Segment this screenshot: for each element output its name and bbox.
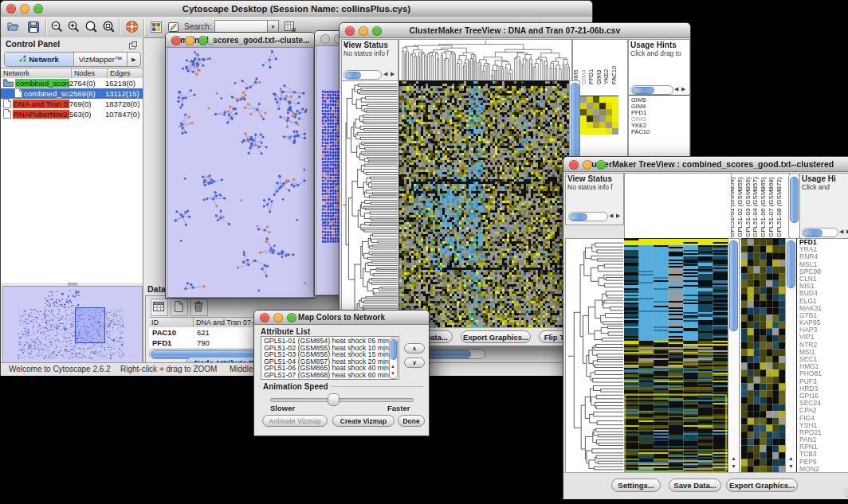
attribute-item[interactable]: GPL51-07 (GSM868) heat shock 60 min: [261, 372, 398, 379]
tab-overflow-arrow[interactable]: ▶: [128, 53, 140, 66]
network-view-window[interactable]: combined_scores_good.txt--cluste...: [165, 32, 316, 299]
resize-grip[interactable]: [844, 489, 848, 498]
save-data-button[interactable]: Save Data...: [669, 479, 721, 492]
tv2-zoom-detail[interactable]: [741, 238, 785, 472]
usage-hints-hscrollbar[interactable]: [630, 85, 673, 95]
map-colors-dialog[interactable]: Map Colors to Network Attribute List GPL…: [253, 310, 430, 436]
close-icon[interactable]: [320, 34, 330, 44]
network-row[interactable]: combined_scores2764(0)16218(0): [1, 78, 143, 88]
scroll-left-icon[interactable]: ◀: [839, 229, 843, 235]
close-icon[interactable]: [569, 160, 579, 170]
close-icon[interactable]: [345, 26, 355, 36]
document-icon: [3, 99, 11, 110]
tab-network[interactable]: Network: [5, 53, 74, 66]
tab-vizmapper[interactable]: VizMapper™: [74, 53, 128, 66]
minimize-icon[interactable]: [20, 4, 29, 14]
attribute-table-icon[interactable]: [151, 299, 168, 316]
zoom-window-icon[interactable]: [198, 36, 208, 45]
search-input[interactable]: [214, 20, 269, 33]
scrollbar-thumb[interactable]: [787, 240, 795, 288]
speed-slider-track[interactable]: [270, 398, 414, 402]
tv2-gene-vscrollbar[interactable]: ▲ ▼: [785, 238, 797, 474]
matrix-cell: [580, 115, 587, 122]
tv2-top-vscrollbar[interactable]: [788, 173, 800, 240]
speed-slider-thumb[interactable]: [328, 393, 340, 406]
zoom-out-icon[interactable]: [50, 20, 65, 37]
done-button[interactable]: Done: [398, 415, 425, 427]
treeview-window-combined[interactable]: ClusterMaker TreeView : combined_scores_…: [563, 156, 848, 499]
minimize-icon[interactable]: [359, 26, 368, 36]
network-name: combined_sco: [1, 88, 69, 100]
save-icon[interactable]: [26, 20, 41, 37]
animate-vizmap-button[interactable]: Animate Vizmap: [262, 415, 328, 427]
scroll-down-icon[interactable]: ▼: [788, 463, 794, 470]
attribute-list-vscrollbar[interactable]: ▲ ▼: [389, 338, 398, 379]
network-list[interactable]: combined_scores2764(0)16218(0)combined_s…: [1, 78, 143, 283]
tv1-zoom-matrix[interactable]: [580, 96, 618, 135]
scroll-right-icon[interactable]: ▶: [681, 86, 685, 92]
minimize-icon[interactable]: [583, 160, 592, 170]
tv1-heatmap[interactable]: [398, 80, 569, 327]
scrollbar-thumb[interactable]: [729, 240, 738, 331]
scroll-up-icon[interactable]: ▲: [391, 363, 395, 369]
network-overview[interactable]: [2, 286, 143, 364]
column-label: PAC10: [610, 66, 618, 84]
window-controls[interactable]: [6, 4, 43, 14]
zoom-window-icon[interactable]: [287, 313, 296, 322]
move-down-button[interactable]: ∨: [404, 357, 425, 368]
close-icon[interactable]: [6, 4, 16, 14]
view-status-hscrollbar[interactable]: [568, 212, 608, 221]
scroll-up-icon[interactable]: ▲: [731, 455, 736, 462]
network-view-titlebar[interactable]: combined_scores_good.txt--cluste...: [166, 33, 315, 48]
scroll-right-icon[interactable]: ▶: [616, 213, 620, 219]
minimize-icon[interactable]: [185, 36, 194, 45]
export-graphics-button[interactable]: Export Graphics...: [726, 479, 798, 492]
vizmap-grid-icon[interactable]: [150, 21, 163, 37]
usage-hints-hscrollbar[interactable]: [802, 228, 838, 237]
view-status-text: No status info f: [567, 183, 613, 191]
tv1-column-dendrogram[interactable]: [398, 39, 572, 82]
zoom-window-icon[interactable]: [596, 160, 606, 170]
export-graphics-button[interactable]: Export Graphics...: [461, 330, 531, 343]
tv2-column-dendrogram[interactable]: [624, 173, 732, 240]
minimize-icon[interactable]: [273, 313, 283, 322]
trash-icon[interactable]: [190, 299, 208, 316]
zoom-window-icon[interactable]: [372, 26, 382, 36]
create-vizmap-button[interactable]: Create Vizmap: [332, 415, 395, 427]
scroll-down-icon[interactable]: ▼: [731, 463, 736, 470]
help-ring-icon[interactable]: [124, 19, 139, 37]
close-icon[interactable]: [171, 36, 181, 45]
view-status-hscrollbar[interactable]: [344, 70, 382, 80]
new-page-icon[interactable]: [171, 299, 188, 316]
settings-button[interactable]: Settings...: [611, 479, 661, 492]
scroll-left-icon[interactable]: ◀: [674, 86, 678, 92]
network-row[interactable]: DNA and Tran 07769(0)183728(0): [1, 99, 143, 109]
gene-label[interactable]: PAC10: [631, 129, 650, 135]
zoom-selected-icon[interactable]: [84, 20, 99, 37]
scroll-down-icon[interactable]: ▼: [391, 370, 395, 377]
tv1-row-dendrogram[interactable]: [341, 80, 400, 329]
zoom-fit-icon[interactable]: [102, 20, 116, 37]
attribute-list[interactable]: GPL51-01 (GSM854) heat shock 05 minGPL51…: [261, 336, 399, 380]
open-folder-icon[interactable]: [6, 20, 21, 37]
matrix-cell: [612, 103, 618, 109]
main-titlebar[interactable]: Cytoscape Desktop (Session Name: collins…: [1, 1, 592, 18]
network-row[interactable]: RNAPuberNov2+563(0)107847(0): [1, 109, 143, 119]
zoom-in-icon[interactable]: [67, 20, 81, 37]
dialog-titlebar[interactable]: Map Colors to Network: [254, 311, 429, 325]
scroll-right-icon[interactable]: ▶: [391, 71, 395, 77]
close-icon[interactable]: [260, 313, 269, 322]
scroll-up-icon[interactable]: ▲: [788, 455, 794, 462]
zoom-window-icon[interactable]: [33, 4, 43, 14]
tv2-row-dendrogram[interactable]: [565, 238, 626, 474]
tv2-titlebar[interactable]: ClusterMaker TreeView : combined_scores_…: [563, 157, 848, 172]
tv2-vscrollbar[interactable]: ▲ ▼: [728, 238, 740, 474]
tv1-titlebar[interactable]: ClusterMaker TreeView : DNA and Tran 07-…: [340, 23, 690, 38]
network-row[interactable]: combined_sco2569(6)13112(15): [1, 88, 143, 99]
network-canvas[interactable]: [167, 47, 314, 298]
tv2-heatmap[interactable]: [624, 238, 728, 472]
scroll-left-icon[interactable]: ◀: [609, 213, 613, 219]
scroll-left-icon[interactable]: ◀: [383, 71, 387, 77]
matrix-cell: [599, 109, 606, 115]
move-up-button[interactable]: ∧: [404, 343, 425, 354]
